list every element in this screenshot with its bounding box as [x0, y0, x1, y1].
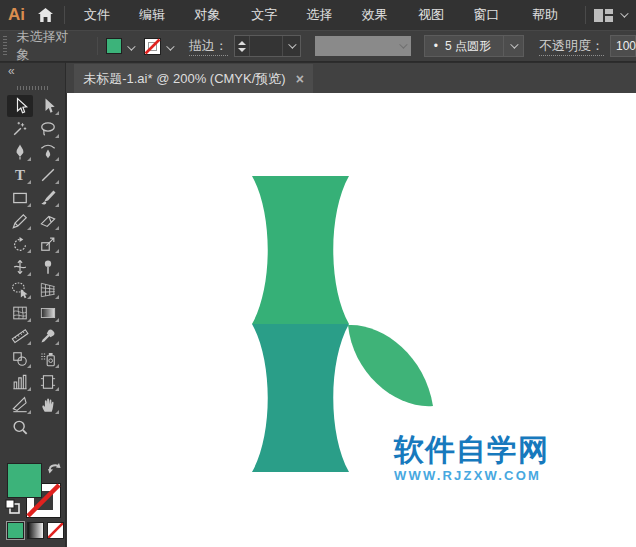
width-tool[interactable] — [7, 256, 33, 278]
chevron-down-icon[interactable] — [503, 36, 523, 56]
stroke-weight-value[interactable] — [250, 36, 282, 56]
column-graph-tool[interactable] — [7, 371, 33, 393]
home-button[interactable] — [34, 4, 56, 26]
menubar-divider — [64, 6, 65, 24]
slice-icon — [10, 395, 30, 415]
canvas[interactable]: 软件自学网 WWW.RJZXW.COM — [67, 93, 636, 547]
stroke-weight-stepper[interactable] — [235, 36, 250, 56]
menubar-divider-right — [585, 6, 586, 24]
color-mode-button[interactable] — [7, 522, 24, 539]
eraser-tool[interactable] — [35, 210, 61, 232]
symbol-sprayer-tool[interactable] — [35, 348, 61, 370]
type-icon: T — [10, 165, 30, 185]
chevron-down-icon[interactable] — [166, 42, 174, 50]
menubar-item[interactable]: 文字(T) — [240, 0, 295, 30]
curvature-icon — [38, 142, 58, 162]
paintbrush-tool[interactable] — [35, 187, 61, 209]
bamboo-bottom-segment — [252, 324, 349, 472]
line-segment-tool[interactable] — [35, 164, 61, 186]
opacity-label[interactable]: 不透明度： — [539, 37, 604, 56]
brush-definition-dropdown — [315, 36, 411, 56]
workspace-layout-icon[interactable] — [594, 9, 613, 22]
document-tab-title: 未标题-1.ai* @ 200% (CMYK/预览) — [83, 70, 285, 88]
chevron-down-icon — [399, 40, 407, 48]
curvature-tool[interactable] — [35, 141, 61, 163]
menubar-item[interactable]: 对象(O) — [184, 0, 241, 30]
perspective-grid-tool[interactable] — [35, 279, 61, 301]
pencil-tool[interactable] — [7, 210, 33, 232]
perspective-grid-icon — [38, 280, 58, 300]
blend-icon — [10, 349, 30, 369]
fill-color-control[interactable] — [106, 37, 138, 55]
scale-tool[interactable] — [35, 233, 61, 255]
pen-tool[interactable] — [7, 141, 33, 163]
stroke-weight-dropdown[interactable] — [282, 36, 300, 56]
lasso-tool[interactable] — [35, 118, 61, 140]
watermark-title: 软件自学网 — [394, 434, 616, 466]
stroke-color-control[interactable] — [144, 37, 177, 55]
opacity-value[interactable]: 100 — [610, 35, 636, 57]
stroke-none-swatch[interactable] — [144, 38, 161, 55]
fill-swatch[interactable] — [106, 38, 122, 54]
menubar-item[interactable]: 窗口(W) — [463, 0, 521, 30]
artboard-tool[interactable] — [35, 371, 61, 393]
line-segment-icon — [38, 165, 58, 185]
eyedropper-tool[interactable] — [35, 325, 61, 347]
magic-wand-icon — [10, 119, 30, 139]
bamboo-leaf — [348, 325, 433, 406]
pencil-icon — [10, 211, 30, 231]
shape-builder-icon — [10, 280, 30, 300]
menubar-item[interactable]: 视图(V) — [407, 0, 463, 30]
hand-tool[interactable] — [35, 394, 61, 416]
menubar-item[interactable]: 选择(S) — [295, 0, 351, 30]
paint-mode-buttons — [7, 522, 64, 539]
type-tool[interactable]: T — [7, 164, 33, 186]
menubar-item[interactable]: 帮助(H) — [521, 0, 577, 30]
stroke-label[interactable]: 描边： — [189, 37, 228, 56]
rectangle-tool[interactable] — [7, 187, 33, 209]
none-mode-button[interactable] — [47, 522, 64, 539]
swap-fill-stroke-icon[interactable] — [47, 461, 62, 475]
zoom-tool[interactable] — [7, 417, 33, 439]
menu-list: 文件(F)编辑(E)对象(O)文字(T)选择(S)效果(C)视图(V)窗口(W)… — [73, 0, 577, 30]
stroke-weight-control[interactable] — [234, 35, 301, 57]
menubar-item[interactable]: 编辑(E) — [128, 0, 184, 30]
menubar-item[interactable]: 效果(C) — [351, 0, 407, 30]
rotate-tool[interactable] — [7, 233, 33, 255]
slice-tool[interactable] — [7, 394, 33, 416]
chevron-down-icon[interactable] — [620, 9, 628, 17]
menubar-item[interactable]: 文件(F) — [73, 0, 128, 30]
tools-panel: « T — [0, 62, 66, 547]
puppet-warp-icon — [38, 257, 58, 277]
mesh-tool[interactable] — [7, 302, 33, 324]
home-icon — [37, 7, 54, 23]
rectangle-icon — [10, 188, 30, 208]
selection-icon — [10, 96, 30, 116]
direct-selection-tool[interactable] — [35, 95, 61, 117]
menubar: Ai 文件(F)编辑(E)对象(O)文字(T)选择(S)效果(C)视图(V)窗口… — [0, 0, 636, 30]
blend-tool[interactable] — [7, 348, 33, 370]
width-profile-dropdown[interactable]: • 5 点圆形 — [424, 35, 524, 57]
width-profile-label: 5 点圆形 — [445, 38, 503, 55]
measure-tool[interactable] — [7, 325, 33, 347]
eraser-icon — [38, 211, 58, 231]
shape-builder-tool[interactable] — [7, 279, 33, 301]
gradient-tool[interactable] — [35, 302, 61, 324]
panel-grip[interactable] — [3, 36, 7, 56]
default-fill-stroke-icon[interactable] — [5, 499, 20, 514]
gradient-mode-button[interactable] — [27, 522, 44, 539]
illustrator-window: Ai 文件(F)编辑(E)对象(O)文字(T)选择(S)效果(C)视图(V)窗口… — [0, 0, 636, 547]
chevron-down-icon[interactable] — [127, 42, 135, 50]
measure-icon — [10, 326, 30, 346]
rotate-icon — [10, 234, 30, 254]
close-icon[interactable]: × — [296, 71, 304, 87]
document-tab[interactable]: 未标题-1.ai* @ 200% (CMYK/预览) × — [74, 64, 313, 94]
selection-tool[interactable] — [7, 95, 33, 117]
fill-indicator[interactable] — [7, 463, 42, 498]
watermark: 软件自学网 WWW.RJZXW.COM — [394, 434, 616, 483]
selection-status: 未选择对象 — [16, 28, 74, 64]
magic-wand-tool[interactable] — [7, 118, 33, 140]
collapse-panel-icon[interactable]: « — [8, 64, 14, 78]
panel-grip-dots[interactable] — [17, 86, 49, 90]
puppet-warp-tool[interactable] — [35, 256, 61, 278]
